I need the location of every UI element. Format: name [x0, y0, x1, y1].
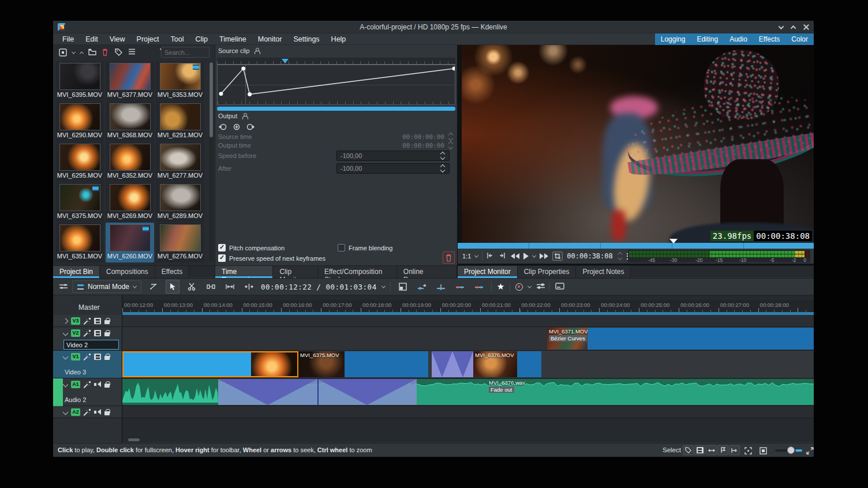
mix-transition[interactable]	[432, 351, 473, 377]
keyframe-center-button[interactable]	[434, 280, 448, 294]
play-options-icon[interactable]	[532, 253, 536, 257]
track-badge[interactable]: V2	[71, 329, 80, 337]
preserve-speed-checkbox[interactable]: Preserve speed of next keyframes	[218, 254, 326, 262]
markers-button[interactable]	[717, 445, 728, 455]
workspace-tab-audio[interactable]: Audio	[724, 33, 753, 45]
track-v1-body[interactable]: MVI_6375.MOV MVI_6376.MOV	[122, 351, 814, 378]
search-input[interactable]	[161, 47, 209, 58]
prev-keyframe-icon[interactable]	[219, 123, 227, 131]
video-frame[interactable]: 23.98fps 00:00:38:08	[462, 45, 814, 243]
speed-before-input[interactable]: -100,00	[336, 151, 450, 161]
keyframe-point[interactable]	[241, 66, 245, 70]
track-v2-body[interactable]: MVI_6371.MOV Bézier Curves	[122, 327, 814, 350]
lock-icon[interactable]	[104, 409, 110, 415]
track-a2-header[interactable]: A2	[53, 406, 122, 418]
zoom-dropdown-icon[interactable]	[474, 253, 478, 257]
collapse-icon[interactable]	[63, 354, 69, 360]
menu-clip[interactable]: Clip	[189, 34, 214, 44]
tab-effect-composition-stack[interactable]: Effect/Composition Stack	[318, 266, 397, 278]
keyframe-prev-button[interactable]	[453, 280, 467, 294]
razor-tool-button[interactable]	[185, 280, 199, 294]
source-time-spinner[interactable]	[448, 133, 454, 141]
favorite-effects-icon[interactable]: ★	[497, 281, 504, 292]
add-keyframe-icon[interactable]	[233, 123, 241, 131]
zoom-expand-icon[interactable]	[806, 446, 814, 455]
bin-clip[interactable]: MVI_6377.MOV	[106, 61, 154, 101]
zoom-fit-icon[interactable]	[744, 446, 752, 455]
tab-effects[interactable]: Effects	[155, 266, 189, 278]
tab-project-bin[interactable]: Project Bin	[53, 266, 100, 278]
create-folder-icon[interactable]	[88, 48, 96, 57]
bin-clip[interactable]: MVI_6375.MOV	[55, 182, 104, 222]
checkbox-checked-icon[interactable]	[218, 254, 226, 262]
split-view-button[interactable]	[242, 280, 256, 294]
workspace-tab-effects[interactable]: Effects	[753, 33, 785, 45]
up-icon[interactable]	[80, 51, 84, 55]
keyframe-move-right-button[interactable]	[415, 280, 429, 294]
titlebar[interactable]: A-colorful-project / HD 1080p 25 fps — K…	[53, 21, 814, 33]
tab-clip-properties[interactable]: Clip Properties	[518, 266, 577, 278]
bin-clip[interactable]: MVI_6276.MOV	[156, 223, 204, 262]
menu-edit[interactable]: Edit	[80, 34, 104, 44]
timeline-hscrollbar[interactable]	[128, 438, 140, 441]
bin-scrollbar[interactable]	[209, 61, 214, 262]
bin-clip[interactable]: MVI_6269.MOV	[106, 182, 154, 222]
tab-clip-monitor[interactable]: Clip Monitor	[273, 266, 318, 278]
track-rename-input[interactable]	[63, 340, 119, 350]
bin-clip[interactable]: MVI_6289.MOV	[156, 182, 204, 222]
close-icon[interactable]	[803, 24, 809, 30]
delete-keyframes-button[interactable]	[443, 251, 455, 264]
track-a2-body[interactable]	[122, 406, 814, 418]
track-v3-header[interactable]: V3	[53, 315, 122, 326]
minimize-icon[interactable]	[779, 24, 784, 29]
zone-start-icon[interactable]	[487, 252, 495, 260]
timeline-clip[interactable]: MVI_6375.MOV	[298, 351, 428, 377]
track-badge[interactable]: A2	[71, 408, 80, 416]
speed-before-spinner[interactable]	[440, 152, 446, 160]
tab-time-remapping[interactable]: Time Remapping	[215, 266, 273, 278]
track-v1-header[interactable]: V1 Video 3	[53, 351, 122, 378]
speed-curve[interactable]	[218, 65, 455, 104]
forward-icon[interactable]	[540, 253, 548, 259]
keyframe-graph[interactable]	[217, 65, 455, 105]
track-badge[interactable]: V3	[71, 317, 80, 325]
effects-icon[interactable]	[84, 409, 91, 416]
audio-crossfade[interactable]	[218, 379, 417, 405]
master-track-button[interactable]: Master	[53, 300, 122, 315]
bin-clip[interactable]: MVI_6277.MOV	[156, 142, 204, 182]
keyframe-next-button[interactable]	[472, 280, 486, 294]
selection-tool-button[interactable]	[166, 280, 179, 294]
tab-project-notes[interactable]: Project Notes	[576, 266, 631, 278]
timecode-options-icon[interactable]	[381, 284, 386, 288]
fit-zoom-button[interactable]	[223, 280, 237, 294]
timeline-clip[interactable]: MVI_6371.MOV Bézier Curves	[547, 328, 814, 350]
effects-icon[interactable]	[84, 381, 91, 388]
lock-icon[interactable]	[104, 318, 110, 324]
zoom-zone-icon[interactable]	[759, 446, 767, 455]
bin-clip[interactable]: MVI_6395.MOV	[55, 61, 104, 101]
monitor-seekbar[interactable]	[458, 243, 814, 249]
menu-settings[interactable]: Settings	[287, 34, 325, 44]
menu-file[interactable]: File	[57, 34, 80, 44]
track-options-icon[interactable]	[59, 283, 67, 291]
workspace-tab-color[interactable]: Color	[785, 33, 814, 45]
snap-button[interactable]	[729, 445, 740, 455]
menu-help[interactable]: Help	[326, 34, 352, 44]
menu-timeline[interactable]: Timeline	[214, 34, 252, 44]
tags-filter-button[interactable]	[683, 445, 694, 455]
tag-icon[interactable]	[115, 48, 123, 57]
timecode-spinner[interactable]	[617, 252, 623, 260]
timeline-clip[interactable]: MVI_6376.MOV	[473, 351, 541, 377]
effects-icon[interactable]	[84, 330, 91, 337]
zone-end-icon[interactable]	[499, 252, 507, 260]
loop-zone-button[interactable]	[552, 251, 563, 261]
subtitle-icon[interactable]	[555, 283, 563, 291]
track-a1-header[interactable]: A1 Audio 2	[53, 378, 122, 406]
keyframe-point[interactable]	[219, 92, 223, 96]
video-thumbnails-button[interactable]	[694, 445, 705, 455]
bin-clip[interactable]: MVI_6368.MOV	[106, 102, 154, 141]
spacer-tool-button[interactable]	[204, 280, 218, 294]
menu-project[interactable]: Project	[131, 34, 165, 44]
speed-after-input[interactable]: -100,00	[336, 163, 450, 174]
menu-view[interactable]: View	[104, 34, 131, 44]
